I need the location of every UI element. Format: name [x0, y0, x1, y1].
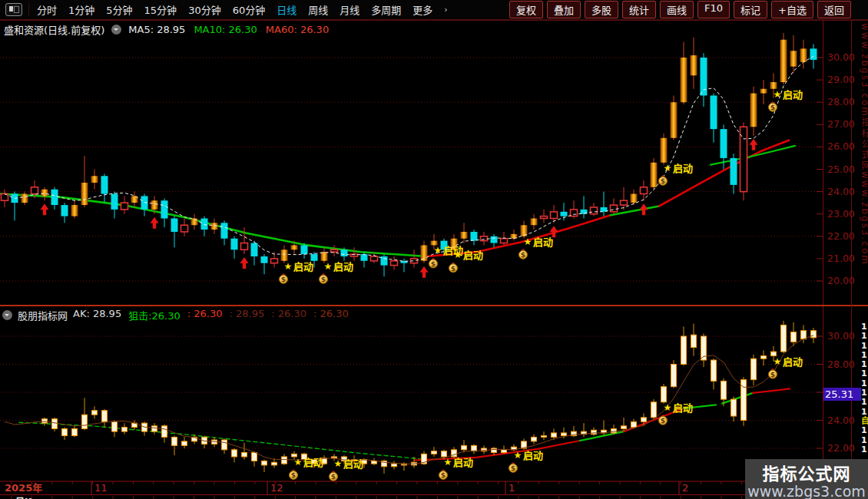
action-button-复权[interactable]: 复权: [509, 1, 543, 18]
svg-text:★: ★: [774, 89, 782, 100]
sidebar-digit: 1: [861, 445, 868, 454]
svg-text:★: ★: [774, 356, 782, 367]
qidong-signal: ★启动$: [439, 457, 474, 480]
svg-text:2025年: 2025年: [5, 482, 42, 494]
period-tab-60分钟[interactable]: 60分钟: [233, 2, 266, 17]
action-button-+自选[interactable]: +自选: [771, 1, 813, 18]
svg-text:$: $: [521, 251, 525, 259]
svg-text:★: ★: [454, 250, 462, 260]
svg-text:启动: 启动: [333, 261, 353, 273]
svg-text:★: ★: [294, 457, 303, 468]
svg-text:★: ★: [324, 261, 333, 272]
svg-text:启动: 启动: [673, 163, 693, 174]
indicator-value: : 26.30: [271, 308, 306, 322]
up-arrow-icon: [750, 139, 758, 150]
sidebar-digit: 1: [861, 436, 868, 445]
indicator-value: 狙击:26.30: [128, 308, 181, 322]
toolbar-separator: [28, 3, 29, 16]
indicator-value: AK: 28.95: [73, 308, 121, 322]
clipped-bottom-text: 日K: [15, 494, 108, 499]
period-tab-15分钟[interactable]: 15分钟: [144, 2, 177, 17]
indicator-value: : 26.30: [187, 308, 223, 322]
main-chart-header: 盛和资源(日线.前复权) MA5: 28.95MA10: 26.30MA60: …: [4, 22, 329, 37]
ma5-dashed-line: [5, 56, 813, 261]
action-button-标记[interactable]: 标记: [734, 1, 767, 18]
period-tabs: 分时1分钟5分钟15分钟30分钟60分钟日线周线月线多周期更多: [37, 2, 444, 17]
ma-values: MA5: 28.95MA10: 26.30MA60: 26.30: [128, 24, 329, 35]
trading-app: 20.0021.0022.0023.0024.0025.0026.0027.00…: [0, 0, 868, 499]
chevron-right-icon[interactable]: ›: [444, 5, 447, 15]
svg-text:$: $: [291, 471, 296, 479]
svg-text:启动: 启动: [463, 250, 483, 261]
up-arrow-icon: [420, 266, 429, 278]
svg-text:启动: 启动: [293, 261, 313, 273]
svg-text:启动: 启动: [783, 89, 803, 101]
indicator-value: : 26.30: [313, 308, 349, 322]
qidong-signal: ★启动$: [280, 261, 314, 284]
action-button-统计[interactable]: 统计: [622, 1, 656, 18]
period-tab-周线[interactable]: 周线: [308, 2, 328, 17]
period-tab-更多[interactable]: 更多: [412, 2, 432, 17]
svg-text:2: 2: [682, 482, 688, 494]
qidong-signal: ★启动$: [290, 457, 324, 480]
sidebar-digit-column: 1111111111自111: [861, 322, 868, 454]
up-arrow-icon: [640, 203, 648, 215]
up-arrow-icon: [151, 217, 159, 229]
qidong-signal: ★启动$: [449, 250, 484, 273]
watermark: 指标公式网 www.zbgs3.com: [745, 459, 868, 499]
period-tab-5分钟[interactable]: 5分钟: [106, 2, 132, 17]
svg-text:启动: 启动: [783, 356, 803, 368]
period-tab-日线[interactable]: 日线: [277, 2, 297, 17]
svg-text:$: $: [511, 464, 515, 472]
svg-text:$: $: [281, 276, 286, 283]
action-button-叠加[interactable]: 叠加: [547, 1, 581, 18]
svg-text:$: $: [441, 471, 446, 479]
period-tab-1分钟[interactable]: 1分钟: [68, 2, 94, 17]
qidong-signal: ★启动$: [659, 402, 694, 425]
indicator-values: AK: 28.95狙击:26.30: 26.30: 28.95: 26.30: …: [73, 308, 349, 322]
bottom-candles: [42, 321, 817, 474]
svg-text:启动: 启动: [523, 450, 543, 461]
qidong-signal: ★启动$: [330, 458, 364, 481]
stock-title: 盛和资源(日线.前复权): [4, 22, 104, 37]
period-tab-30分钟[interactable]: 30分钟: [188, 2, 221, 17]
sidebar-digit: 1: [861, 426, 868, 435]
action-button-返回[interactable]: 返回: [817, 1, 851, 18]
ma-value: MA10: 26.30: [194, 24, 257, 35]
sidebar-digit: 1: [861, 332, 868, 341]
action-buttons: 复权叠加多股统计画线F10标记+自选返回: [505, 1, 868, 18]
sidebar-vertical-text: www.zbgs3.com指标公式网www.zbgs3.com: [859, 23, 868, 311]
ma-value: MA5: 28.95: [128, 24, 185, 35]
watermark-title: 指标公式网: [745, 460, 868, 484]
period-toolbar: 分时1分钟5分钟15分钟30分钟60分钟日线周线月线多周期更多 › 复权叠加多股…: [0, 0, 868, 20]
period-tab-分时[interactable]: 分时: [37, 2, 57, 17]
svg-text:★: ★: [434, 245, 442, 256]
svg-text:★: ★: [664, 163, 672, 173]
chevron-down-icon[interactable]: [111, 25, 121, 35]
svg-text:启动: 启动: [453, 457, 473, 468]
svg-text:启动: 启动: [303, 457, 323, 468]
svg-text:★: ★: [444, 457, 452, 468]
action-button-画线[interactable]: 画线: [660, 1, 694, 18]
svg-text:$: $: [431, 260, 436, 268]
qidong-signal: ★启动$: [659, 163, 694, 186]
layout-toggle-icon[interactable]: [5, 3, 22, 16]
qidong-signal: ★启动$: [769, 89, 803, 112]
time-axis: 2025年111212: [5, 481, 803, 499]
svg-text:$: $: [770, 371, 775, 378]
chevron-down-icon[interactable]: [2, 310, 12, 320]
period-tab-多周期[interactable]: 多周期: [371, 2, 401, 17]
qidong-signal: ★启动$: [509, 450, 544, 473]
qidong-signal: ★启动$: [320, 261, 354, 284]
action-button-多股[interactable]: 多股: [585, 1, 618, 18]
price-tag: 25.31: [823, 388, 861, 401]
svg-text:$: $: [331, 473, 336, 481]
qidong-signal: ★启动$: [769, 356, 803, 379]
indicator-title: 股朋指标网: [18, 308, 68, 322]
svg-text:1: 1: [509, 482, 515, 494]
ma-value: MA60: 26.30: [266, 24, 329, 35]
period-tab-月线[interactable]: 月线: [340, 2, 359, 17]
svg-text:★: ★: [514, 450, 522, 461]
action-button-F10[interactable]: F10: [697, 1, 730, 18]
svg-text:$: $: [770, 104, 775, 111]
